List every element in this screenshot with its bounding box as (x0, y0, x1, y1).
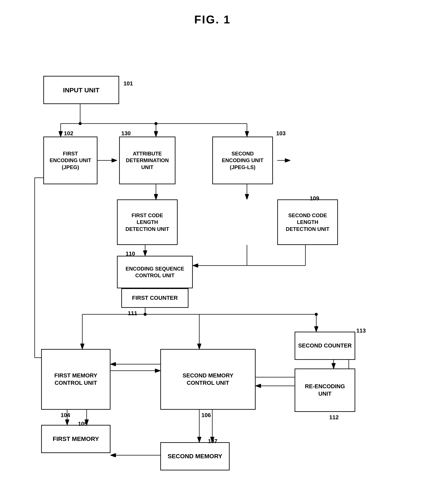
ref-104: 104 (61, 412, 70, 419)
first-counter-box: FIRST COUNTER (121, 288, 188, 308)
page-title: FIG. 1 (0, 0, 425, 26)
ref-111: 111 (128, 310, 137, 317)
ref-109: 109 (310, 195, 319, 202)
ref-101: 101 (123, 80, 133, 87)
second-counter-box: SECOND COUNTER (295, 332, 355, 360)
ref-112: 112 (329, 414, 339, 421)
attribute-det-box: ATTRIBUTE DETERMINATION UNIT (119, 136, 175, 184)
input-unit-box: INPUT UNIT (43, 76, 119, 104)
svg-point-3 (79, 122, 82, 125)
first-mem-ctrl-box: FIRST MEMORY CONTROL UNIT (41, 349, 111, 410)
second-memory-box: SECOND MEMORY (160, 442, 230, 470)
second-code-len-box: SECOND CODE LENGTH DETECTION UNIT (277, 199, 338, 245)
first-memory-box: FIRST MEMORY (41, 425, 111, 453)
ref-106: 106 (201, 412, 211, 419)
ref-103: 103 (276, 130, 286, 137)
ref-110: 110 (126, 250, 135, 257)
ref-102: 102 (64, 130, 73, 137)
first-code-len-box: FIRST CODE LENGTH DETECTION UNIT (117, 199, 178, 245)
ref-107: 107 (208, 438, 217, 445)
ref-113: 113 (356, 327, 366, 334)
ref-130: 130 (121, 130, 131, 137)
second-encoding-box: SECOND ENCODING UNIT (JPEG-LS) (212, 136, 273, 184)
svg-point-27 (315, 313, 318, 316)
second-mem-ctrl-box: SECOND MEMORY CONTROL UNIT (160, 349, 256, 410)
ref-105: 105 (78, 421, 87, 427)
enc-seq-ctrl-box: ENCODING SEQUENCE CONTROL UNIT (117, 256, 193, 288)
svg-point-7 (154, 122, 158, 125)
first-encoding-box: FIRST ENCODING UNIT (JPEG) (43, 136, 98, 184)
svg-point-21 (144, 313, 147, 316)
re-encoding-box: RE-ENCODING UNIT (295, 368, 355, 412)
